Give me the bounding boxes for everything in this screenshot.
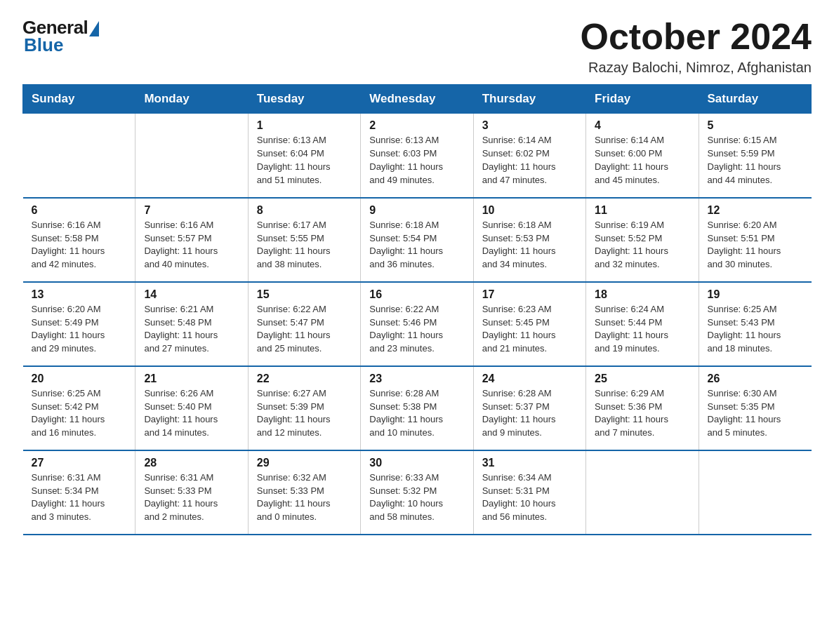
header-sunday: Sunday: [23, 85, 135, 114]
day-info: Sunrise: 6:29 AM Sunset: 5:36 PM Dayligh…: [595, 387, 689, 440]
calendar-cell: 10Sunrise: 6:18 AM Sunset: 5:53 PM Dayli…: [473, 198, 585, 282]
day-info: Sunrise: 6:18 AM Sunset: 5:54 PM Dayligh…: [369, 219, 464, 271]
calendar-cell: [135, 114, 248, 198]
day-number: 18: [595, 288, 689, 301]
day-number: 31: [482, 457, 577, 469]
day-number: 24: [482, 373, 577, 385]
day-info: Sunrise: 6:22 AM Sunset: 5:47 PM Dayligh…: [257, 303, 352, 356]
day-number: 3: [482, 119, 577, 132]
day-number: 27: [32, 457, 127, 469]
day-info: Sunrise: 6:23 AM Sunset: 5:45 PM Dayligh…: [482, 303, 577, 356]
day-info: Sunrise: 6:14 AM Sunset: 6:02 PM Dayligh…: [482, 134, 577, 187]
calendar-cell: [586, 450, 699, 535]
day-info: Sunrise: 6:20 AM Sunset: 5:49 PM Dayligh…: [32, 303, 127, 356]
day-info: Sunrise: 6:28 AM Sunset: 5:38 PM Dayligh…: [369, 387, 464, 440]
day-info: Sunrise: 6:32 AM Sunset: 5:33 PM Dayligh…: [257, 471, 352, 524]
header-saturday: Saturday: [699, 85, 811, 114]
day-number: 28: [144, 457, 239, 469]
day-number: 17: [482, 288, 577, 301]
calendar-cell: 5Sunrise: 6:15 AM Sunset: 5:59 PM Daylig…: [699, 114, 811, 198]
day-info: Sunrise: 6:27 AM Sunset: 5:39 PM Dayligh…: [257, 387, 352, 440]
day-number: 6: [32, 204, 127, 217]
day-number: 11: [595, 204, 689, 217]
calendar-cell: 12Sunrise: 6:20 AM Sunset: 5:51 PM Dayli…: [699, 198, 811, 282]
calendar-cell: 14Sunrise: 6:21 AM Sunset: 5:48 PM Dayli…: [135, 282, 248, 366]
header-friday: Friday: [586, 85, 699, 114]
calendar-cell: 11Sunrise: 6:19 AM Sunset: 5:52 PM Dayli…: [586, 198, 699, 282]
day-info: Sunrise: 6:33 AM Sunset: 5:32 PM Dayligh…: [369, 471, 464, 524]
day-number: 13: [32, 288, 127, 301]
day-info: Sunrise: 6:21 AM Sunset: 5:48 PM Dayligh…: [144, 303, 239, 356]
day-info: Sunrise: 6:18 AM Sunset: 5:53 PM Dayligh…: [482, 219, 577, 271]
day-number: 4: [595, 119, 689, 132]
calendar-cell: 8Sunrise: 6:17 AM Sunset: 5:55 PM Daylig…: [248, 198, 360, 282]
calendar-cell: 28Sunrise: 6:31 AM Sunset: 5:33 PM Dayli…: [135, 450, 248, 535]
day-number: 16: [369, 288, 464, 301]
day-info: Sunrise: 6:25 AM Sunset: 5:42 PM Dayligh…: [32, 387, 127, 440]
day-info: Sunrise: 6:24 AM Sunset: 5:44 PM Dayligh…: [595, 303, 689, 356]
calendar-body: 1Sunrise: 6:13 AM Sunset: 6:04 PM Daylig…: [23, 114, 812, 535]
month-title: October 2024: [581, 17, 812, 57]
day-info: Sunrise: 6:14 AM Sunset: 6:00 PM Dayligh…: [595, 134, 689, 187]
calendar-cell: 29Sunrise: 6:32 AM Sunset: 5:33 PM Dayli…: [248, 450, 360, 535]
logo-blue-text: Blue: [24, 34, 63, 56]
calendar-cell: 15Sunrise: 6:22 AM Sunset: 5:47 PM Dayli…: [248, 282, 360, 366]
day-info: Sunrise: 6:16 AM Sunset: 5:57 PM Dayligh…: [144, 219, 239, 271]
calendar-cell: 3Sunrise: 6:14 AM Sunset: 6:02 PM Daylig…: [473, 114, 585, 198]
calendar-cell: 2Sunrise: 6:13 AM Sunset: 6:03 PM Daylig…: [361, 114, 473, 198]
calendar-cell: 19Sunrise: 6:25 AM Sunset: 5:43 PM Dayli…: [699, 282, 811, 366]
day-info: Sunrise: 6:20 AM Sunset: 5:51 PM Dayligh…: [708, 219, 803, 271]
day-info: Sunrise: 6:25 AM Sunset: 5:43 PM Dayligh…: [708, 303, 803, 356]
calendar-cell: 23Sunrise: 6:28 AM Sunset: 5:38 PM Dayli…: [361, 366, 473, 450]
calendar-cell: 27Sunrise: 6:31 AM Sunset: 5:34 PM Dayli…: [23, 450, 135, 535]
calendar-cell: [699, 450, 811, 535]
calendar-cell: 18Sunrise: 6:24 AM Sunset: 5:44 PM Dayli…: [586, 282, 699, 366]
day-info: Sunrise: 6:19 AM Sunset: 5:52 PM Dayligh…: [595, 219, 689, 271]
day-number: 29: [257, 457, 352, 469]
calendar-cell: 24Sunrise: 6:28 AM Sunset: 5:37 PM Dayli…: [473, 366, 585, 450]
day-number: 12: [708, 204, 803, 217]
day-number: 9: [369, 204, 464, 217]
calendar-header: SundayMondayTuesdayWednesdayThursdayFrid…: [23, 85, 812, 114]
day-info: Sunrise: 6:28 AM Sunset: 5:37 PM Dayligh…: [482, 387, 577, 440]
day-info: Sunrise: 6:34 AM Sunset: 5:31 PM Dayligh…: [482, 471, 577, 524]
header-monday: Monday: [135, 85, 248, 114]
day-number: 1: [257, 119, 352, 132]
day-number: 2: [369, 119, 464, 132]
day-info: Sunrise: 6:15 AM Sunset: 5:59 PM Dayligh…: [708, 134, 803, 187]
day-info: Sunrise: 6:31 AM Sunset: 5:33 PM Dayligh…: [144, 471, 239, 524]
calendar-week-row: 1Sunrise: 6:13 AM Sunset: 6:04 PM Daylig…: [23, 114, 812, 198]
calendar-week-row: 20Sunrise: 6:25 AM Sunset: 5:42 PM Dayli…: [23, 366, 812, 450]
day-info: Sunrise: 6:17 AM Sunset: 5:55 PM Dayligh…: [257, 219, 352, 271]
day-number: 30: [369, 457, 464, 469]
calendar-cell: 22Sunrise: 6:27 AM Sunset: 5:39 PM Dayli…: [248, 366, 360, 450]
calendar-cell: 9Sunrise: 6:18 AM Sunset: 5:54 PM Daylig…: [361, 198, 473, 282]
day-number: 21: [144, 373, 239, 385]
day-number: 14: [144, 288, 239, 301]
calendar-cell: 25Sunrise: 6:29 AM Sunset: 5:36 PM Dayli…: [586, 366, 699, 450]
day-number: 19: [708, 288, 803, 301]
day-number: 23: [369, 373, 464, 385]
calendar-cell: 30Sunrise: 6:33 AM Sunset: 5:32 PM Dayli…: [361, 450, 473, 535]
day-number: 7: [144, 204, 239, 217]
calendar-cell: 21Sunrise: 6:26 AM Sunset: 5:40 PM Dayli…: [135, 366, 248, 450]
day-info: Sunrise: 6:16 AM Sunset: 5:58 PM Dayligh…: [32, 219, 127, 271]
title-section: October 2024 Razay Balochi, Nimroz, Afgh…: [581, 17, 812, 76]
day-info: Sunrise: 6:30 AM Sunset: 5:35 PM Dayligh…: [708, 387, 803, 440]
logo-triangle-icon: [89, 21, 99, 36]
day-info: Sunrise: 6:26 AM Sunset: 5:40 PM Dayligh…: [144, 387, 239, 440]
header-tuesday: Tuesday: [248, 85, 360, 114]
header-wednesday: Wednesday: [361, 85, 473, 114]
day-info: Sunrise: 6:13 AM Sunset: 6:03 PM Dayligh…: [369, 134, 464, 187]
day-number: 22: [257, 373, 352, 385]
calendar-cell: 26Sunrise: 6:30 AM Sunset: 5:35 PM Dayli…: [699, 366, 811, 450]
calendar-table: SundayMondayTuesdayWednesdayThursdayFrid…: [22, 84, 812, 535]
calendar-cell: 16Sunrise: 6:22 AM Sunset: 5:46 PM Dayli…: [361, 282, 473, 366]
day-info: Sunrise: 6:31 AM Sunset: 5:34 PM Dayligh…: [32, 471, 127, 524]
day-number: 15: [257, 288, 352, 301]
day-number: 20: [32, 373, 127, 385]
day-number: 8: [257, 204, 352, 217]
calendar-cell: [23, 114, 135, 198]
calendar-week-row: 6Sunrise: 6:16 AM Sunset: 5:58 PM Daylig…: [23, 198, 812, 282]
day-info: Sunrise: 6:13 AM Sunset: 6:04 PM Dayligh…: [257, 134, 352, 187]
